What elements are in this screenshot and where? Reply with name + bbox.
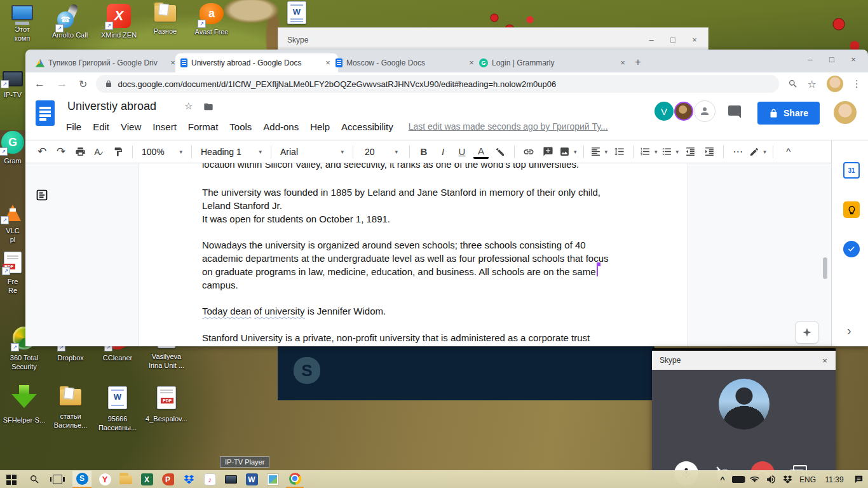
chrome-minimize-button[interactable]: – (799, 51, 821, 67)
tray-volume-icon[interactable] (763, 471, 779, 488)
comments-icon[interactable] (727, 104, 742, 119)
undo-button[interactable]: ↶ (34, 144, 50, 159)
menu-view[interactable]: View (121, 121, 141, 132)
skype-call-close-button[interactable]: × (814, 351, 836, 370)
taskbar-chrome[interactable] (286, 471, 304, 488)
task-view-button[interactable] (50, 471, 65, 488)
new-tab-button[interactable]: + (630, 55, 646, 70)
taskbar-excel[interactable]: X (139, 471, 154, 488)
document-title[interactable]: Universtiy abroad (67, 100, 156, 113)
menu-format[interactable]: Format (188, 121, 219, 132)
taskbar-powerpoint[interactable]: P (160, 471, 175, 488)
bold-button[interactable]: B (416, 144, 431, 159)
desktop-icon-ip-tv[interactable]: ↗ IP-TV (0, 71, 25, 99)
keep-icon[interactable] (843, 201, 860, 218)
collaborator-avatar-photo[interactable] (674, 102, 693, 121)
highlight-color-button[interactable] (492, 144, 508, 159)
menu-accessibility[interactable]: Accessibility (341, 121, 393, 132)
underline-button[interactable]: U (454, 144, 470, 159)
hide-side-panel-chevron[interactable]: › (847, 323, 851, 338)
tray-show-hidden-icons[interactable]: ^ (715, 471, 729, 488)
line-spacing-button[interactable] (611, 144, 627, 159)
desktop-icon-vlc[interactable]: ↗ VLC pl (0, 203, 25, 244)
print-button[interactable] (72, 144, 88, 159)
calendar-icon[interactable]: 31 (843, 162, 860, 179)
skype-close-button[interactable]: × (684, 32, 705, 48)
tray-wifi-icon[interactable] (746, 471, 763, 488)
browser-menu-icon[interactable]: ⋮ (852, 78, 862, 90)
taskbar-iptv-player[interactable] (223, 471, 238, 488)
taskbar-word[interactable]: W (244, 471, 259, 488)
docs-logo[interactable] (36, 100, 55, 126)
document-outline-icon[interactable] (36, 189, 48, 201)
skype-minimize-button[interactable]: – (641, 32, 662, 48)
desktop-icon-95666-doc[interactable]: W 95666 Пассивны... (95, 386, 140, 432)
desktop-icon-raznoe[interactable]: Разное (144, 5, 187, 36)
collaborator-anonymous-icon[interactable] (694, 100, 715, 122)
desktop-icon-amolto-call[interactable]: ☎ ↗ Amolto Call (48, 4, 92, 39)
star-document-icon[interactable]: ☆ (184, 100, 193, 112)
back-button[interactable]: ← (34, 78, 45, 90)
collapse-toolbar-button[interactable]: ^ (781, 144, 796, 159)
skype-maximize-button[interactable]: □ (662, 32, 684, 48)
address-bar[interactable]: docs.google.com/document/d/1ICfW_PEXfljN… (96, 75, 779, 93)
bookmark-star-icon[interactable]: ☆ (807, 78, 816, 90)
insert-link-button[interactable] (521, 144, 536, 159)
menu-insert[interactable]: Insert (153, 121, 177, 132)
desktop-icon-avast[interactable]: a ↗ Avast Free (190, 3, 233, 36)
tasks-icon[interactable] (843, 241, 860, 257)
align-button[interactable]: ▾ (590, 144, 608, 159)
taskbar-yandex[interactable]: Y (97, 471, 112, 488)
explore-button[interactable] (795, 321, 819, 344)
desktop-icon-stati-folder[interactable]: статьи Василье... (48, 389, 93, 430)
tab-moscow[interactable]: Moscow - Google Docs × (330, 53, 482, 72)
insert-image-button[interactable]: ▾ (559, 144, 577, 159)
skype-call-titlebar[interactable]: Skype × (652, 351, 836, 370)
zoom-select[interactable]: 100%▾ (139, 144, 185, 159)
numbered-list-button[interactable]: ▾ (640, 144, 658, 159)
browser-profile-avatar[interactable] (827, 76, 843, 92)
add-comment-button[interactable] (540, 144, 555, 159)
increase-indent-button[interactable] (702, 144, 717, 159)
tab-drive[interactable]: Тупиков Григорий - Google Driv × (31, 53, 183, 72)
tab-grammarly[interactable]: G Login | Grammarly × (474, 53, 633, 72)
taskbar-dropbox[interactable] (181, 471, 196, 488)
taskbar-search-button[interactable] (27, 471, 42, 488)
desktop-icon-free-reader[interactable]: PDF ↗ Fre Re (0, 252, 25, 295)
share-button[interactable]: Share (757, 102, 820, 125)
document-page[interactable]: location within Silicon Valley, and sele… (138, 163, 688, 346)
menu-file[interactable]: File (66, 121, 81, 132)
menu-help[interactable]: Help (310, 121, 330, 132)
skype-main-titlebar[interactable]: Skype – □ × (278, 27, 709, 52)
desktop-icon-grammarly[interactable]: G ↗ Gram (0, 131, 25, 165)
zoom-icon[interactable] (788, 79, 798, 89)
taskbar-file-explorer[interactable] (118, 471, 133, 488)
action-center-icon[interactable] (849, 471, 868, 488)
redo-button[interactable]: ↷ (53, 144, 69, 159)
tray-battery-icon[interactable] (729, 471, 746, 488)
desktop-icon-word-file[interactable]: W (286, 1, 308, 24)
forward-button[interactable]: → (57, 78, 67, 90)
tab-universtiy-abroad[interactable]: Universtiy abroad - Google Docs × (175, 53, 338, 72)
taskbar-itunes[interactable]: ♪ (202, 471, 217, 488)
more-options-button[interactable]: ⋯ (730, 144, 745, 159)
paint-format-button[interactable] (111, 144, 126, 159)
desktop-icon-bespalov-pdf[interactable]: PDF 4_Bespalov... (142, 386, 191, 423)
collaborator-avatar-v[interactable]: V (654, 102, 674, 121)
chrome-maximize-button[interactable]: □ (821, 51, 843, 67)
taskbar-photos[interactable] (265, 471, 280, 488)
spellcheck-button[interactable]: A✓ (92, 144, 107, 159)
menu-tools[interactable]: Tools (229, 121, 252, 132)
paragraph-style-select[interactable]: Heading 1▾ (198, 144, 264, 159)
desktop-icon-sfhelper[interactable]: SFHelper-S... (2, 385, 46, 424)
menu-addons[interactable]: Add-ons (263, 121, 299, 132)
taskbar-skype[interactable]: S (72, 471, 92, 488)
text-color-button[interactable]: A (473, 144, 489, 159)
font-size-select[interactable]: 20▾ (360, 144, 403, 159)
desktop-icon-xmind-zen[interactable]: X ↗ XMind ZEN (97, 4, 140, 39)
tray-dropbox-icon[interactable] (779, 471, 796, 488)
desktop-icon-this-pc[interactable]: Этот комп (1, 5, 44, 43)
last-edit-link[interactable]: Last edit was made seconds ago by Григор… (409, 121, 608, 132)
tray-language[interactable]: ENG (796, 471, 820, 488)
reload-button[interactable]: ↻ (79, 78, 87, 90)
